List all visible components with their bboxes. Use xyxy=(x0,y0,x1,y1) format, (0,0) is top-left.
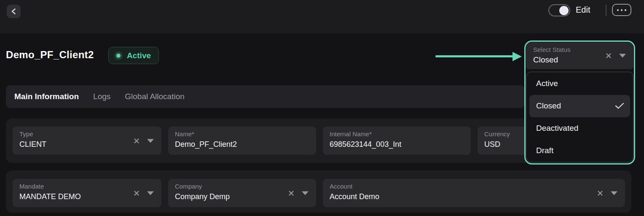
tabbar: Main Information Logs Global Allocation xyxy=(6,85,525,108)
option-active[interactable]: Active xyxy=(526,73,633,95)
status-select-control[interactable]: Select Status Closed xyxy=(526,42,633,69)
page-title: Demo_PF_Client2 xyxy=(6,49,94,61)
edit-toggle[interactable] xyxy=(548,4,570,16)
field-value: MANDATE DEMO xyxy=(19,192,81,201)
topbar-divider xyxy=(606,5,606,16)
field-label: Name* xyxy=(175,130,194,138)
type-select-field[interactable]: Type CLIENT xyxy=(13,127,161,155)
tab-logs[interactable]: Logs xyxy=(93,92,110,101)
internal-name-input-field[interactable]: Internal Name* 6985623144_003_Int xyxy=(323,127,471,155)
name-input-field[interactable]: Name* Demo_PF_Client2 xyxy=(168,127,316,155)
clear-icon[interactable] xyxy=(606,53,612,59)
chevron-down-icon[interactable] xyxy=(611,191,617,195)
clear-icon[interactable] xyxy=(134,190,140,196)
field-label: Type xyxy=(19,130,33,138)
status-options-menu: Active Closed Deactivated Draft xyxy=(526,72,633,162)
option-closed[interactable]: Closed xyxy=(529,95,630,117)
more-actions-button[interactable] xyxy=(612,4,631,16)
mandate-select-field[interactable]: Mandate MANDATE DEMO xyxy=(13,179,161,207)
option-deactivated[interactable]: Deactivated xyxy=(526,117,633,140)
tab-global-allocation[interactable]: Global Allocation xyxy=(125,92,185,101)
field-label: Currency xyxy=(484,130,510,138)
chevron-down-icon[interactable] xyxy=(302,191,309,195)
field-value: USD xyxy=(484,140,500,149)
chevron-down-icon[interactable] xyxy=(147,139,154,143)
status-select-value: Closed xyxy=(533,55,558,65)
field-value: 6985623144_003_Int xyxy=(330,140,401,149)
annotation-arrow-head xyxy=(513,52,522,61)
status-badge: Active xyxy=(108,47,159,64)
account-select-field[interactable]: Account Account Demo xyxy=(323,179,625,207)
field-label: Internal Name* xyxy=(330,130,372,138)
screen: Edit Demo_PF_Client2 Active Main Informa… xyxy=(0,0,644,216)
chevron-down-icon[interactable] xyxy=(619,54,626,58)
field-label: Mandate xyxy=(19,183,44,190)
clear-icon[interactable] xyxy=(597,190,603,196)
topbar: Edit xyxy=(0,0,644,33)
clear-icon[interactable] xyxy=(134,138,140,144)
clear-icon[interactable] xyxy=(288,190,294,196)
status-select-label: Select Status xyxy=(533,46,570,53)
check-icon xyxy=(615,103,624,109)
company-select-field[interactable]: Company Company Demp xyxy=(168,179,316,207)
chevron-left-icon xyxy=(11,8,16,14)
form-row-card: Mandate MANDATE DEMO Company Company Dem… xyxy=(6,170,631,213)
ellipsis-icon xyxy=(617,9,626,11)
option-label: Closed xyxy=(536,101,561,111)
toggle-knob xyxy=(559,6,569,15)
option-draft[interactable]: Draft xyxy=(526,140,633,162)
field-value: CLIENT xyxy=(19,140,46,149)
chevron-down-icon[interactable] xyxy=(147,191,154,195)
status-dropdown: Select Status Closed Active Closed Deact… xyxy=(524,40,635,165)
field-value: Company Demp xyxy=(175,192,230,201)
back-button[interactable] xyxy=(7,5,21,18)
tab-main-information[interactable]: Main Information xyxy=(14,92,79,101)
annotation-arrow xyxy=(435,55,514,57)
status-badge-label: Active xyxy=(127,51,151,60)
field-value: Account Demo xyxy=(330,192,379,201)
status-dot-icon xyxy=(114,51,123,60)
field-label: Account xyxy=(330,183,352,190)
field-value: Demo_PF_Client2 xyxy=(175,140,237,149)
edit-toggle-label: Edit xyxy=(576,5,590,15)
field-label: Company xyxy=(175,183,202,190)
